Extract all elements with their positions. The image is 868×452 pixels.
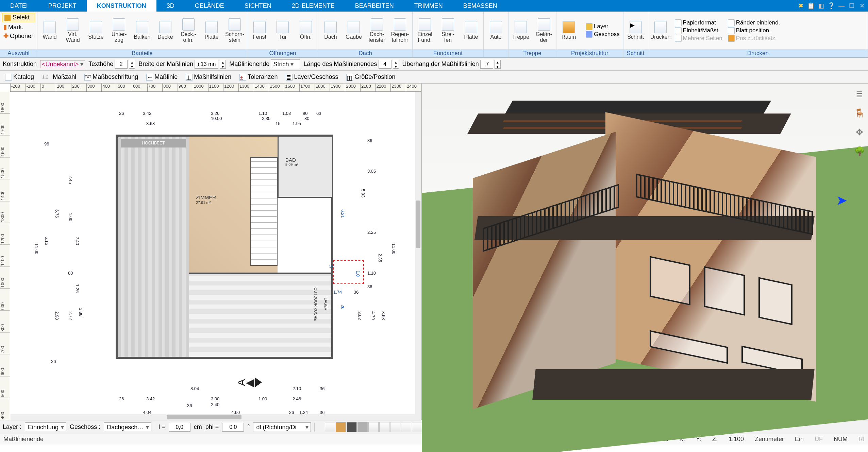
mark-dropdown[interactable]: ▮Mark. xyxy=(1,23,36,32)
menu-gelaende[interactable]: GELÄNDE xyxy=(185,0,234,12)
streifen-button[interactable]: Strei- fen xyxy=(437,18,459,44)
fund-platte-button[interactable]: Platte xyxy=(460,20,482,40)
gaube-button[interactable]: Gaube xyxy=(343,20,365,40)
menu-bearbeiten[interactable]: BEARBEITEN xyxy=(345,0,404,12)
breite-spinner[interactable]: ▲▼ xyxy=(220,60,226,69)
oeffnung-button[interactable]: Öffn. xyxy=(295,20,317,40)
schornstein-button[interactable]: Schorn- stein xyxy=(224,18,246,44)
maximize-icon[interactable]: ☐ xyxy=(848,2,856,10)
geschoss-dropdown[interactable]: Geschoss xyxy=(584,31,622,38)
dim-toggle-icon[interactable] xyxy=(401,422,411,432)
menu-sichten[interactable]: SICHTEN xyxy=(234,0,282,12)
drucken-button[interactable]: Drucken xyxy=(650,20,671,40)
box-icon[interactable] xyxy=(412,422,422,432)
massbeschriftung-button[interactable]: TXTMaßbeschriftung xyxy=(82,72,140,82)
laenge-spinner[interactable]: ▲▼ xyxy=(393,60,399,69)
papierformat-button[interactable]: Papierformat xyxy=(673,19,724,27)
scrollbar-horizontal[interactable] xyxy=(10,414,415,420)
masslinie-button[interactable]: ↔Maßlinie xyxy=(144,72,180,82)
geschoss-select[interactable]: Dachgesch… xyxy=(104,422,151,432)
treppe-button[interactable]: Treppe xyxy=(510,20,532,40)
toleranzen-button[interactable]: ±Toleranzen xyxy=(237,72,280,82)
auto-button[interactable]: Auto xyxy=(485,20,507,40)
menu-trimmen[interactable]: TRIMMEN xyxy=(404,0,453,12)
scrollbar-vertical[interactable] xyxy=(415,92,421,420)
mehrere-seiten-button[interactable]: Mehrere Seiten xyxy=(673,35,724,42)
dash-icon[interactable] xyxy=(368,422,379,432)
clipboard-icon[interactable]: 📋 xyxy=(807,2,815,10)
layer-dropdown[interactable]: Layer xyxy=(584,23,622,30)
select-button[interactable]: Selekt xyxy=(2,13,35,22)
layer-label: Layer : xyxy=(3,423,21,431)
tree-icon[interactable]: 🌳 xyxy=(853,145,866,158)
wand-button[interactable]: Wand xyxy=(39,20,61,40)
konstruktion-label: Konstruktion xyxy=(3,60,37,68)
ueberhang-spinner[interactable]: ▲▼ xyxy=(495,60,501,69)
texthoehe-input[interactable] xyxy=(115,60,128,69)
raender-button[interactable]: Ränder einblend. xyxy=(726,19,782,27)
phi-input[interactable] xyxy=(222,423,244,432)
menu-3d[interactable]: 3D xyxy=(156,0,185,12)
hatch-icon[interactable] xyxy=(325,422,335,432)
dachfenster-button[interactable]: Dach- fenster xyxy=(366,18,388,44)
texthoehe-spinner[interactable]: ▲▼ xyxy=(129,60,135,69)
breite-input[interactable] xyxy=(195,60,218,69)
layer-select[interactable]: Einrichtung xyxy=(25,422,66,432)
virt-wand-button[interactable]: Virt. Wand xyxy=(62,18,84,44)
status-hint: Maßlinienende xyxy=(3,436,44,443)
gelaender-button[interactable]: Gelän- der xyxy=(533,18,555,44)
regenfallrohr-button[interactable]: Regen- fallrohr xyxy=(389,18,411,44)
dach-button[interactable]: Dach xyxy=(320,20,341,40)
stuetze-button[interactable]: Stütze xyxy=(85,20,107,40)
einzelfund-button[interactable]: Einzel Fund. xyxy=(414,18,436,44)
group-drucken: Drucken xyxy=(648,49,868,57)
masshilfslinien-button[interactable]: ⊥Maßhilfslinien xyxy=(183,72,234,82)
mode-select[interactable]: dl (Richtung/Di xyxy=(253,422,311,432)
schnitt-button[interactable]: ▶Schnitt xyxy=(625,20,647,40)
blatt-position-button[interactable]: Blatt position. xyxy=(726,27,782,34)
color-fill-icon[interactable] xyxy=(336,422,346,432)
groesse-position-button[interactable]: ◫Größe/Position xyxy=(344,72,398,82)
strich-dropdown[interactable]: Strich xyxy=(271,59,300,69)
project-dropdown[interactable]: <Unbekannt> xyxy=(40,60,85,68)
view-3d[interactable]: ➤ ≣ 🪑 ✥ 🌳 xyxy=(422,84,868,420)
laenge-input[interactable] xyxy=(379,60,391,69)
text-abc-icon[interactable] xyxy=(390,422,400,432)
close-icon[interactable]: ✕ xyxy=(858,2,866,10)
plan-view-2d[interactable]: -200-10001002003004005006007008009001000… xyxy=(0,84,422,420)
menu-konstruktion[interactable]: KONSTRUKTION xyxy=(87,0,156,12)
balken-button[interactable]: Balken xyxy=(131,20,153,40)
section-marker[interactable]: A◀ xyxy=(238,376,262,389)
wire-icon[interactable] xyxy=(379,422,389,432)
group-oeffnungen: Öffnungen xyxy=(247,49,318,57)
masszahl-button[interactable]: 1.2 Maßzahl xyxy=(40,72,79,82)
raum-button[interactable]: Raum xyxy=(558,20,580,40)
group-treppe: Treppe xyxy=(508,49,556,57)
layer-geschoss-button[interactable]: ≣Layer/Geschoss xyxy=(283,72,340,82)
pos-zurueck-button[interactable]: Pos zurücksetz. xyxy=(726,35,782,42)
menu-datei[interactable]: DATEI xyxy=(0,0,38,12)
einheit-button[interactable]: Einheit/Maßst. xyxy=(673,27,724,34)
unterzug-button[interactable]: Unter- zug xyxy=(108,18,130,44)
optionen-button[interactable]: ✚Optionen xyxy=(1,32,36,40)
deckoeffn-button[interactable]: Deck.- öffn. xyxy=(178,18,199,44)
furniture-icon[interactable]: 🪑 xyxy=(853,107,866,120)
katalog-button[interactable]: Katalog xyxy=(3,72,36,82)
help-icon[interactable]: ❔ xyxy=(827,2,835,10)
menu-projekt[interactable]: PROJEKT xyxy=(38,0,87,12)
orbit-icon[interactable]: ✥ xyxy=(853,126,866,139)
layers3d-icon[interactable]: ≣ xyxy=(853,88,866,101)
fenster-button[interactable]: Fenst xyxy=(249,20,270,40)
platte-button[interactable]: Platte xyxy=(201,20,222,40)
decke-button[interactable]: Decke xyxy=(154,20,176,40)
solid-icon[interactable] xyxy=(347,422,357,432)
menu-bemassen[interactable]: BEMASSEN xyxy=(453,0,507,12)
l-input[interactable] xyxy=(169,423,190,432)
ueberhang-input[interactable] xyxy=(480,60,493,69)
tool-icon[interactable]: ✖ xyxy=(797,2,805,10)
window-icon[interactable]: ◧ xyxy=(817,2,825,10)
tuer-button[interactable]: Tür xyxy=(272,20,294,40)
menu-2d-elemente[interactable]: 2D-ELEMENTE xyxy=(282,0,345,12)
minimize-icon[interactable]: — xyxy=(837,2,846,10)
grey-icon[interactable] xyxy=(357,422,368,432)
